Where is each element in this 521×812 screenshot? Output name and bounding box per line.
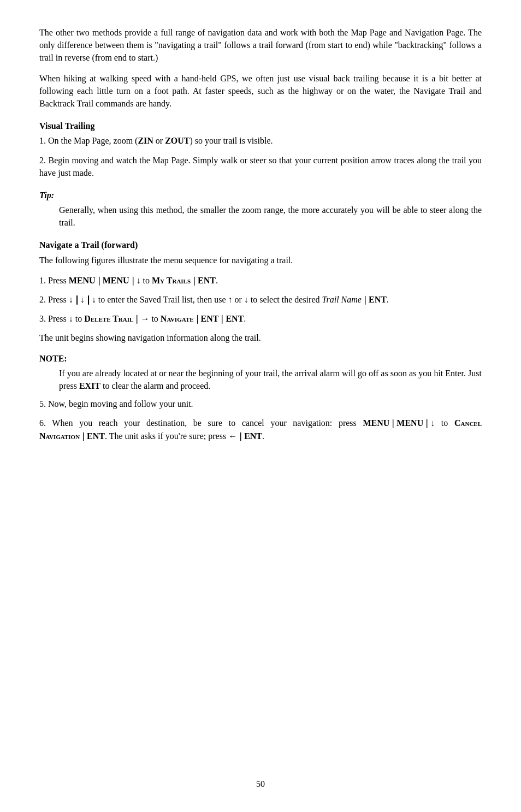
intro-paragraph-2: When hiking at walking speed with a hand…: [39, 72, 482, 110]
navigate-step1: 1. Press MENU❘MENU❘↓ to My Trails❘ENT.: [39, 274, 482, 287]
tip-body: Generally, when using this method, the s…: [59, 204, 482, 229]
step6: 6. When you reach your destination, be s…: [39, 417, 482, 442]
tip-heading: Tip:: [39, 189, 482, 201]
navigate-trail-heading: Navigate a Trail (forward): [39, 239, 482, 251]
page-number: 50: [256, 778, 265, 790]
note-body: If you are already located at or near th…: [59, 367, 482, 392]
navigate-trail-intro: The following figures illustrate the men…: [39, 254, 482, 266]
visual-trailing-heading: Visual Trailing: [39, 120, 482, 132]
visual-trailing-step2: 2. Begin moving and watch the Map Page. …: [39, 154, 482, 179]
intro-paragraph-1: The other two methods provide a full ran…: [39, 26, 482, 64]
navigate-step2: 2. Press ↓❘↓❘↓ to enter the Saved Trail …: [39, 293, 482, 306]
page-container: The other two methods provide a full ran…: [0, 0, 521, 812]
step5: 5. Now, begin moving and follow your uni…: [39, 398, 482, 410]
visual-trailing-step1: 1. On the Map Page, zoom (ZIN or ZOUT) s…: [39, 134, 482, 147]
navigate-step3: 3. Press ↓ to Delete Trail❘→ to Navigate…: [39, 312, 482, 325]
note-heading: NOTE:: [39, 352, 482, 365]
unit-msg: The unit begins showing navigation infor…: [39, 331, 482, 344]
